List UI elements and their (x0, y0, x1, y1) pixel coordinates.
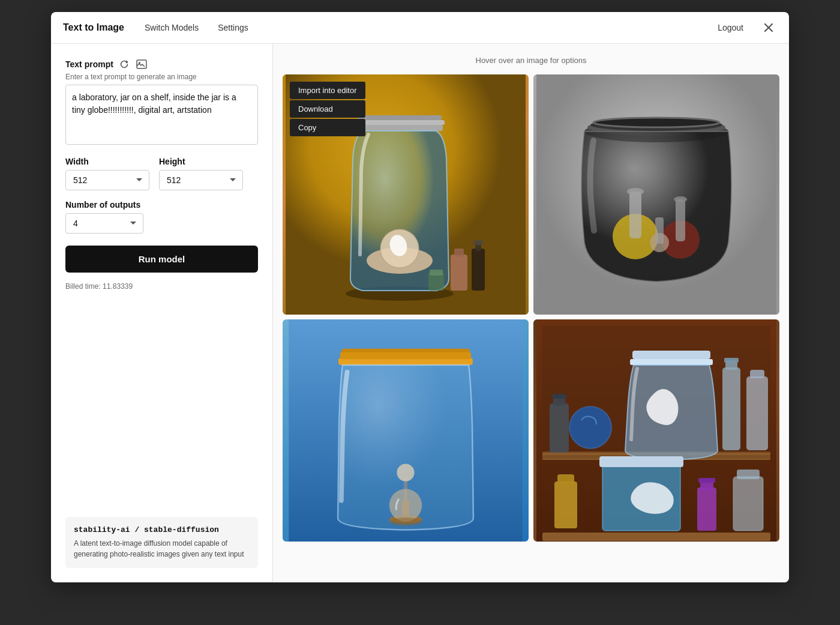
close-icon (764, 23, 773, 32)
model-info-box: stability-ai / stable-diffusion A latent… (65, 517, 258, 568)
svg-rect-47 (542, 533, 770, 541)
svg-rect-15 (473, 240, 483, 245)
text-to-image-modal: Text to Image Switch Models Settings Log… (51, 12, 789, 582)
outputs-select[interactable]: 1 2 3 4 (65, 213, 143, 234)
height-group: Height 256 512 768 1024 (159, 157, 243, 190)
svg-rect-68 (733, 477, 763, 531)
svg-point-28 (627, 188, 644, 195)
svg-rect-51 (552, 394, 566, 399)
image-upload-icon-btn[interactable] (135, 58, 148, 70)
left-panel: Text prompt (51, 44, 273, 582)
logout-button[interactable]: Logout (713, 20, 748, 35)
hover-hint: Hover over an image for options (283, 53, 779, 67)
image-cell-4[interactable] (533, 319, 779, 542)
svg-rect-58 (724, 358, 739, 363)
svg-rect-49 (550, 403, 569, 453)
svg-rect-17 (454, 249, 464, 256)
model-description: A latent text-to-image diffusion model c… (74, 538, 250, 560)
svg-rect-65 (697, 488, 716, 531)
svg-rect-37 (340, 352, 471, 360)
height-label: Height (159, 157, 243, 166)
image-icon (136, 59, 147, 69)
svg-rect-67 (698, 478, 715, 483)
modal-body: Text prompt (51, 44, 789, 582)
svg-rect-7 (355, 120, 445, 125)
svg-rect-13 (472, 249, 485, 291)
svg-rect-6 (358, 115, 442, 120)
modal-header: Text to Image Switch Models Settings Log… (51, 12, 789, 44)
svg-rect-59 (746, 376, 768, 450)
svg-rect-61 (554, 482, 577, 528)
refresh-icon-btn[interactable] (118, 58, 130, 70)
text-prompt-label: Text prompt (65, 59, 113, 69)
svg-point-41 (397, 464, 414, 482)
image-2-svg (533, 74, 779, 315)
right-panel: Hover over an image for options Import i… (273, 44, 789, 582)
image-4-svg (533, 319, 779, 542)
svg-rect-55 (630, 359, 713, 365)
dimensions-row: Width 256 512 768 1024 Height 256 512 (65, 157, 258, 190)
svg-point-31 (674, 196, 687, 202)
svg-rect-30 (676, 199, 685, 241)
svg-point-42 (389, 489, 422, 522)
modal-title: Text to Image (63, 22, 124, 33)
svg-rect-56 (722, 367, 740, 450)
svg-rect-64 (599, 456, 683, 467)
outputs-group: Number of outputs 1 2 3 4 (65, 200, 258, 234)
svg-rect-62 (557, 474, 574, 484)
settings-link[interactable]: Settings (214, 20, 252, 35)
import-into-editor-btn[interactable]: Import into editor (290, 82, 365, 99)
model-name: stability-ai / stable-diffusion (74, 525, 250, 534)
svg-rect-8 (356, 125, 443, 131)
svg-rect-69 (737, 470, 760, 479)
svg-rect-33 (655, 217, 664, 244)
refresh-icon (119, 59, 129, 69)
switch-models-link[interactable]: Switch Models (141, 20, 202, 35)
prompt-hint: Enter a text prompt to generate an image (65, 73, 258, 81)
image-3-svg (283, 319, 529, 542)
svg-rect-19 (430, 270, 443, 276)
text-prompt-section: Text prompt (65, 58, 258, 70)
images-grid: Import into editor Download Copy (283, 74, 779, 573)
svg-point-43 (389, 518, 422, 526)
prompt-textarea[interactable] (65, 85, 258, 145)
outputs-label: Number of outputs (65, 200, 258, 210)
run-model-button[interactable]: Run model (65, 246, 258, 273)
width-select[interactable]: 256 512 768 1024 (65, 170, 149, 190)
download-btn[interactable]: Download (290, 100, 365, 118)
width-group: Width 256 512 768 1024 (65, 157, 149, 190)
billed-time: Billed time: 11.83339 (65, 282, 258, 291)
svg-rect-27 (629, 192, 641, 238)
close-button[interactable] (760, 19, 777, 36)
svg-rect-16 (451, 255, 467, 291)
svg-rect-54 (632, 351, 710, 359)
copy-btn[interactable]: Copy (290, 119, 365, 136)
image-cell-1[interactable]: Import into editor Download Copy (283, 74, 529, 315)
svg-rect-60 (750, 370, 764, 378)
height-select[interactable]: 256 512 768 1024 (159, 170, 243, 190)
width-label: Width (65, 157, 149, 166)
context-menu: Import into editor Download Copy (290, 82, 365, 136)
image-cell-3[interactable] (283, 319, 529, 542)
image-cell-2[interactable] (533, 74, 779, 315)
